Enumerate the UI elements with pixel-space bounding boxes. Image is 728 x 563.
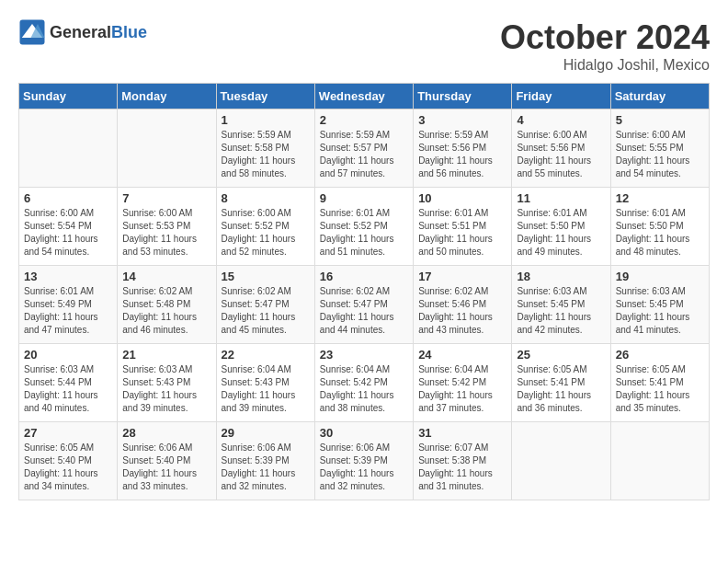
day-number: 16 bbox=[320, 270, 408, 283]
calendar-cell bbox=[610, 422, 709, 500]
calendar-cell: 15Sunrise: 6:02 AM Sunset: 5:47 PM Dayli… bbox=[216, 266, 314, 344]
calendar-cell: 30Sunrise: 6:06 AM Sunset: 5:39 PM Dayli… bbox=[314, 422, 413, 500]
day-info: Sunrise: 6:01 AM Sunset: 5:51 PM Dayligh… bbox=[418, 207, 506, 259]
day-number: 5 bbox=[616, 113, 704, 127]
day-info: Sunrise: 6:02 AM Sunset: 5:47 PM Dayligh… bbox=[222, 285, 310, 337]
day-number: 31 bbox=[418, 426, 506, 440]
day-number: 20 bbox=[24, 348, 112, 362]
day-info: Sunrise: 6:00 AM Sunset: 5:56 PM Dayligh… bbox=[517, 129, 605, 180]
calendar-table: SundayMondayTuesdayWednesdayThursdayFrid… bbox=[18, 83, 710, 500]
day-number: 1 bbox=[222, 113, 310, 127]
day-number: 12 bbox=[616, 191, 704, 205]
day-number: 11 bbox=[517, 191, 605, 205]
calendar-cell: 19Sunrise: 6:03 AM Sunset: 5:45 PM Dayli… bbox=[610, 266, 709, 344]
day-number: 24 bbox=[418, 348, 506, 362]
calendar-cell: 21Sunrise: 6:03 AM Sunset: 5:43 PM Dayli… bbox=[118, 344, 216, 422]
calendar-cell: 29Sunrise: 6:06 AM Sunset: 5:39 PM Dayli… bbox=[216, 422, 314, 500]
calendar-cell: 6Sunrise: 6:00 AM Sunset: 5:54 PM Daylig… bbox=[19, 188, 118, 266]
day-info: Sunrise: 6:00 AM Sunset: 5:54 PM Dayligh… bbox=[24, 207, 112, 259]
day-number: 25 bbox=[517, 348, 605, 362]
calendar-cell: 16Sunrise: 6:02 AM Sunset: 5:47 PM Dayli… bbox=[314, 266, 413, 344]
logo: GeneralBlue bbox=[18, 18, 147, 46]
week-row-2: 6Sunrise: 6:00 AM Sunset: 5:54 PM Daylig… bbox=[19, 188, 710, 266]
calendar-cell: 28Sunrise: 6:06 AM Sunset: 5:40 PM Dayli… bbox=[118, 422, 216, 500]
calendar-cell: 24Sunrise: 6:04 AM Sunset: 5:42 PM Dayli… bbox=[414, 344, 512, 422]
day-number: 13 bbox=[24, 270, 112, 283]
calendar-cell: 9Sunrise: 6:01 AM Sunset: 5:52 PM Daylig… bbox=[314, 188, 413, 266]
day-info: Sunrise: 6:04 AM Sunset: 5:43 PM Dayligh… bbox=[222, 363, 310, 415]
day-info: Sunrise: 6:07 AM Sunset: 5:38 PM Dayligh… bbox=[418, 442, 506, 493]
header-day-saturday: Saturday bbox=[610, 84, 709, 109]
day-info: Sunrise: 6:06 AM Sunset: 5:40 PM Dayligh… bbox=[122, 442, 210, 493]
day-info: Sunrise: 6:01 AM Sunset: 5:49 PM Dayligh… bbox=[24, 285, 112, 337]
day-info: Sunrise: 6:02 AM Sunset: 5:47 PM Dayligh… bbox=[320, 285, 408, 337]
week-row-3: 13Sunrise: 6:01 AM Sunset: 5:49 PM Dayli… bbox=[19, 266, 710, 344]
calendar-cell: 25Sunrise: 6:05 AM Sunset: 5:41 PM Dayli… bbox=[512, 344, 610, 422]
day-info: Sunrise: 6:05 AM Sunset: 5:41 PM Dayligh… bbox=[616, 363, 704, 415]
calendar-cell: 8Sunrise: 6:00 AM Sunset: 5:52 PM Daylig… bbox=[216, 188, 314, 266]
day-info: Sunrise: 6:06 AM Sunset: 5:39 PM Dayligh… bbox=[222, 442, 310, 493]
day-info: Sunrise: 6:06 AM Sunset: 5:39 PM Dayligh… bbox=[320, 442, 408, 493]
calendar-cell: 3Sunrise: 5:59 AM Sunset: 5:56 PM Daylig… bbox=[414, 109, 512, 188]
day-info: Sunrise: 6:01 AM Sunset: 5:50 PM Dayligh… bbox=[616, 207, 704, 259]
day-number: 10 bbox=[418, 191, 506, 205]
calendar-cell bbox=[19, 109, 118, 188]
day-number: 29 bbox=[222, 426, 310, 440]
day-info: Sunrise: 6:03 AM Sunset: 5:45 PM Dayligh… bbox=[616, 285, 704, 337]
day-number: 2 bbox=[320, 113, 408, 127]
day-number: 3 bbox=[418, 113, 506, 127]
day-info: Sunrise: 6:05 AM Sunset: 5:41 PM Dayligh… bbox=[517, 363, 605, 415]
header-day-sunday: Sunday bbox=[19, 84, 118, 109]
day-info: Sunrise: 6:03 AM Sunset: 5:43 PM Dayligh… bbox=[122, 363, 210, 415]
day-number: 7 bbox=[122, 191, 210, 205]
day-number: 19 bbox=[616, 270, 704, 283]
calendar-cell: 12Sunrise: 6:01 AM Sunset: 5:50 PM Dayli… bbox=[610, 188, 709, 266]
header-day-tuesday: Tuesday bbox=[216, 84, 314, 109]
week-row-4: 20Sunrise: 6:03 AM Sunset: 5:44 PM Dayli… bbox=[19, 344, 710, 422]
day-number: 30 bbox=[320, 426, 408, 440]
calendar-cell: 14Sunrise: 6:02 AM Sunset: 5:48 PM Dayli… bbox=[118, 266, 216, 344]
calendar-cell: 27Sunrise: 6:05 AM Sunset: 5:40 PM Dayli… bbox=[19, 422, 118, 500]
calendar-cell: 20Sunrise: 6:03 AM Sunset: 5:44 PM Dayli… bbox=[19, 344, 118, 422]
day-info: Sunrise: 5:59 AM Sunset: 5:57 PM Dayligh… bbox=[320, 129, 408, 180]
month-title: October 2024 bbox=[500, 18, 710, 57]
calendar-cell: 1Sunrise: 5:59 AM Sunset: 5:58 PM Daylig… bbox=[216, 109, 314, 188]
day-number: 28 bbox=[122, 426, 210, 440]
day-number: 6 bbox=[24, 191, 112, 205]
header-day-monday: Monday bbox=[118, 84, 216, 109]
header-day-thursday: Thursday bbox=[414, 84, 512, 109]
day-info: Sunrise: 6:04 AM Sunset: 5:42 PM Dayligh… bbox=[418, 363, 506, 415]
day-number: 17 bbox=[418, 270, 506, 283]
day-number: 9 bbox=[320, 191, 408, 205]
day-number: 8 bbox=[222, 191, 310, 205]
calendar-cell bbox=[118, 109, 216, 188]
calendar-cell: 10Sunrise: 6:01 AM Sunset: 5:51 PM Dayli… bbox=[414, 188, 512, 266]
calendar-cell: 17Sunrise: 6:02 AM Sunset: 5:46 PM Dayli… bbox=[414, 266, 512, 344]
calendar-cell: 13Sunrise: 6:01 AM Sunset: 5:49 PM Dayli… bbox=[19, 266, 118, 344]
day-number: 21 bbox=[122, 348, 210, 362]
day-info: Sunrise: 6:00 AM Sunset: 5:55 PM Dayligh… bbox=[616, 129, 704, 180]
day-info: Sunrise: 5:59 AM Sunset: 5:56 PM Dayligh… bbox=[418, 129, 506, 180]
day-number: 15 bbox=[222, 270, 310, 283]
day-number: 14 bbox=[122, 270, 210, 283]
logo-text-general: General bbox=[50, 23, 111, 41]
calendar-cell: 18Sunrise: 6:03 AM Sunset: 5:45 PM Dayli… bbox=[512, 266, 610, 344]
location-title: Hidalgo Joshil, Mexico bbox=[500, 57, 710, 74]
header: GeneralBlue October 2024 Hidalgo Joshil,… bbox=[18, 18, 710, 74]
logo-text-blue: Blue bbox=[111, 23, 147, 41]
calendar-cell: 2Sunrise: 5:59 AM Sunset: 5:57 PM Daylig… bbox=[314, 109, 413, 188]
day-number: 27 bbox=[24, 426, 112, 440]
day-number: 22 bbox=[222, 348, 310, 362]
day-info: Sunrise: 6:04 AM Sunset: 5:42 PM Dayligh… bbox=[320, 363, 408, 415]
header-day-wednesday: Wednesday bbox=[314, 84, 413, 109]
calendar-cell: 5Sunrise: 6:00 AM Sunset: 5:55 PM Daylig… bbox=[610, 109, 709, 188]
header-day-friday: Friday bbox=[512, 84, 610, 109]
calendar-cell: 4Sunrise: 6:00 AM Sunset: 5:56 PM Daylig… bbox=[512, 109, 610, 188]
day-info: Sunrise: 6:01 AM Sunset: 5:50 PM Dayligh… bbox=[517, 207, 605, 259]
day-number: 26 bbox=[616, 348, 704, 362]
day-number: 18 bbox=[517, 270, 605, 283]
calendar-cell: 31Sunrise: 6:07 AM Sunset: 5:38 PM Dayli… bbox=[414, 422, 512, 500]
calendar-cell: 22Sunrise: 6:04 AM Sunset: 5:43 PM Dayli… bbox=[216, 344, 314, 422]
day-info: Sunrise: 6:02 AM Sunset: 5:48 PM Dayligh… bbox=[122, 285, 210, 337]
day-info: Sunrise: 5:59 AM Sunset: 5:58 PM Dayligh… bbox=[222, 129, 310, 180]
